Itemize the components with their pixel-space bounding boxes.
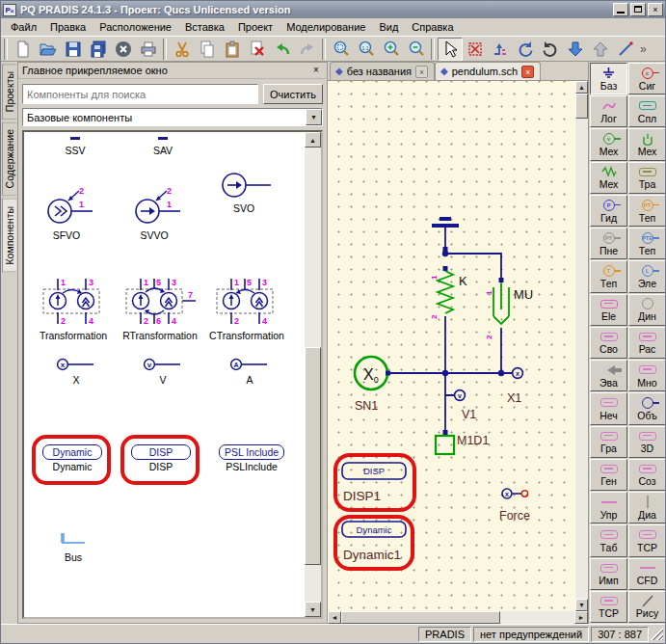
spring-component-k[interactable]: 1 2 K	[430, 266, 467, 319]
paste-button[interactable]	[220, 38, 245, 61]
component-transformation[interactable]: 1 3 2 4 Transformation	[36, 277, 111, 341]
palette-button-upr[interactable]: Упр	[590, 492, 627, 523]
menu-insert[interactable]: Вставка	[178, 19, 231, 35]
component-svo[interactable]: SVO	[213, 171, 275, 214]
scroll-down-icon[interactable]: ▼	[575, 599, 588, 611]
zoom-out-button[interactable]	[404, 38, 429, 61]
palette-button-spline[interactable]: Спл	[628, 95, 666, 127]
side-tab-components[interactable]: Компоненты	[2, 199, 16, 273]
palette-button-mech-v[interactable]: vМех	[590, 128, 627, 160]
menu-help[interactable]: Справка	[405, 19, 460, 35]
scroll-up-icon[interactable]: ▲	[575, 81, 588, 94]
component-psl-include[interactable]: PSL Include PSLInclude	[215, 444, 288, 472]
redo-button[interactable]	[295, 38, 320, 61]
component-sav[interactable]: SAV	[134, 132, 192, 156]
delete-button[interactable]	[245, 38, 270, 61]
component-rtransformation[interactable]: 1 5 3 2 6 4 7 RTransformation	[119, 277, 201, 341]
tab-close-icon[interactable]: ×	[521, 66, 534, 78]
palette-button-thermal-t[interactable]: TТеп	[590, 260, 627, 292]
tab-untitled[interactable]: ◆ без названия ×	[330, 62, 435, 80]
dock-scrollbar[interactable]: ▲ ▼	[305, 132, 321, 617]
palette-button-hydraulic[interactable]: PГид	[590, 195, 627, 227]
scroll-down-icon[interactable]: ▼	[305, 602, 321, 617]
palette-button-thermal-pt[interactable]: PTТеп	[628, 195, 666, 227]
component-search-input[interactable]	[22, 84, 258, 104]
component-ctransformation[interactable]: 1 5 3 2 4 CTransformation	[209, 277, 284, 341]
resize-grip[interactable]	[651, 628, 663, 640]
menu-project[interactable]: Проект	[231, 19, 280, 35]
open-file-button[interactable]	[36, 38, 61, 61]
palette-button-draw[interactable]: Рису	[628, 591, 666, 623]
menu-file[interactable]: Файл	[4, 19, 43, 35]
minimize-button[interactable]	[613, 3, 628, 16]
palette-button-ele[interactable]: Ele	[590, 294, 627, 326]
component-ssv[interactable]: SSV	[46, 132, 104, 156]
palette-button-cfd[interactable]: CFD	[628, 558, 666, 590]
force-node[interactable]: x Force	[499, 489, 530, 523]
schematic-canvas[interactable]: 1 2 K 1 2 MU	[328, 81, 575, 611]
undo-button[interactable]	[270, 38, 295, 61]
cut-button[interactable]	[170, 38, 195, 61]
chevron-down-icon[interactable]: ▼	[306, 109, 322, 125]
component-sfvo[interactable]: 1 2 SFVO	[37, 186, 96, 241]
palette-button-gen[interactable]: Ген	[590, 459, 627, 491]
component-v[interactable]: v V	[136, 358, 190, 386]
side-tab-projects[interactable]: Проекты	[2, 64, 16, 120]
mirror-x-button[interactable]	[463, 38, 488, 61]
canvas-hscrollbar[interactable]: ◄ ►	[328, 611, 588, 624]
palette-button-gra[interactable]: Гра	[590, 426, 627, 458]
scroll-thumb[interactable]	[575, 94, 588, 119]
wires[interactable]	[387, 252, 517, 434]
close-button[interactable]: ×	[648, 3, 663, 16]
palette-button-dynamic[interactable]: Дин	[628, 294, 666, 326]
scroll-up-icon[interactable]: ▲	[305, 132, 321, 148]
palette-button-pneumatic[interactable]: PTПне	[590, 228, 627, 259]
component-disp[interactable]: DISP DISP	[127, 444, 195, 472]
rotate-ccw-button[interactable]	[513, 38, 538, 61]
zoom-fit-button[interactable]	[329, 38, 354, 61]
tab-close-icon[interactable]: ×	[415, 66, 428, 78]
push-down-button[interactable]	[563, 38, 588, 61]
palette-button-thermal-pte[interactable]: PTEТеп	[628, 228, 666, 259]
palette-button-ras[interactable]: Рас	[628, 327, 666, 359]
source-component-x0[interactable]: X0 SN1	[355, 357, 390, 413]
damper-component-mu[interactable]: 1 2 MU	[485, 278, 533, 339]
palette-button-soz[interactable]: Соз	[628, 459, 666, 491]
category-dropdown[interactable]: Базовые компоненты ▼	[22, 108, 323, 126]
mass-component-m1d1[interactable]: M1D1	[436, 430, 489, 454]
menu-arrange[interactable]: Расположение	[93, 19, 178, 35]
clear-search-button[interactable]: Очистить	[263, 84, 323, 104]
scroll-right-icon[interactable]: ►	[574, 611, 588, 624]
palette-button-eva[interactable]: Эва	[590, 360, 627, 391]
menu-view[interactable]: Вид	[372, 19, 405, 35]
wire-tool-button[interactable]	[613, 38, 638, 61]
palette-button-nech[interactable]: Неч	[590, 392, 627, 424]
palette-button-transmission[interactable]: Тра	[628, 162, 666, 194]
component-dynamic[interactable]: Dynamic Dynamic	[39, 444, 106, 472]
palette-button-obj[interactable]: Объ	[628, 392, 666, 424]
select-tool-button[interactable]	[438, 38, 463, 61]
palette-button-logic[interactable]: Лог	[590, 95, 627, 127]
copy-button[interactable]	[195, 38, 220, 61]
canvas-vscrollbar[interactable]: ▲ ▼	[575, 81, 588, 611]
palette-button-signal[interactable]: cСиг	[628, 63, 666, 94]
component-a[interactable]: A A	[223, 358, 277, 386]
zoom-in-button[interactable]	[379, 38, 404, 61]
palette-button-dia[interactable]: Диа	[628, 492, 666, 523]
palette-button-3d[interactable]: 3D	[628, 426, 666, 458]
palette-button-basic[interactable]: Баз	[590, 63, 627, 94]
zoom-original-button[interactable]: 1:1	[354, 38, 379, 61]
component-svvo[interactable]: 1 2 SVVO	[124, 186, 184, 241]
toolbar-overflow-chevron[interactable]: »	[640, 42, 647, 56]
palette-button-mno[interactable]: Мно	[628, 360, 666, 391]
rotate-cw-button[interactable]	[538, 38, 563, 61]
component-x[interactable]: x X	[49, 358, 103, 386]
dock-close-icon[interactable]: ×	[309, 65, 323, 77]
palette-button-mech-damper[interactable]: Мех	[628, 128, 666, 160]
tab-pendulum[interactable]: ◆ pendulum.sch ×	[435, 62, 541, 80]
save-all-button[interactable]	[86, 38, 111, 61]
dynamic1-component[interactable]: Dynamic Dynamic1	[342, 522, 406, 562]
component-bus[interactable]: Bus	[51, 531, 95, 563]
maximize-button[interactable]	[630, 3, 646, 16]
palette-button-mech-spring[interactable]: Мех	[590, 162, 627, 194]
